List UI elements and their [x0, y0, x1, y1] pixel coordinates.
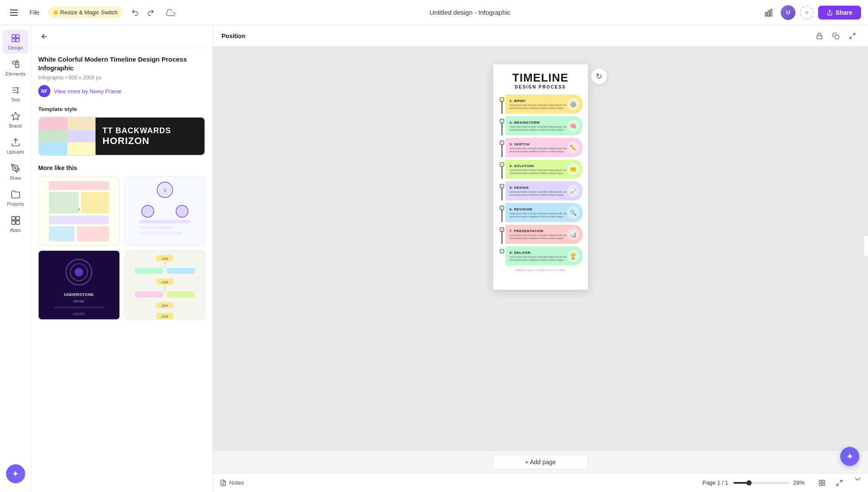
sidebar-item-uploads[interactable]: Uploads — [3, 134, 29, 158]
zoom-percentage: 28% — [793, 479, 811, 486]
topbar-left: File Resize & Magic Switch — [7, 5, 178, 20]
sidebar-item-brand[interactable]: Brand — [3, 108, 29, 132]
document-title[interactable]: Untitled design - Infographic — [429, 9, 511, 16]
sidebar-icons: Design Elements Text Brand Uploads — [0, 25, 31, 492]
menu-button[interactable] — [7, 6, 21, 20]
duplicate-canvas-button[interactable] — [829, 29, 843, 43]
author-row[interactable]: NF View more by Noisy Frame — [38, 85, 205, 97]
undo-redo-group — [128, 6, 158, 20]
line-3 — [502, 145, 502, 157]
svg-rect-6 — [12, 39, 15, 42]
step-title-4: 4. SOLUTION — [510, 164, 567, 168]
projects-icon — [10, 189, 21, 200]
resize-magic-switch-button[interactable]: Resize & Magic Switch — [48, 7, 123, 18]
dot-col-5 — [498, 181, 505, 200]
svg-rect-44 — [135, 268, 162, 274]
zoom-thumb — [746, 480, 752, 485]
svg-rect-18 — [49, 192, 79, 213]
template-thumbnail-1[interactable]: 3 — [38, 177, 120, 246]
step-icon-2: 🧠 — [567, 120, 579, 132]
svg-text:2000: 2000 — [162, 281, 168, 284]
svg-rect-21 — [49, 226, 75, 242]
sidebar-item-draw[interactable]: Draw — [3, 160, 29, 184]
timeline-item-4: 4. SOLUTION Lorem ipsum dolor sit amet, … — [498, 160, 583, 179]
apps-label: Apps — [10, 227, 21, 233]
step-body-8: 8. DELIVER Lorem ipsum dolor sit amet, c… — [505, 246, 583, 266]
dot-col-2 — [498, 116, 505, 135]
back-button[interactable] — [38, 30, 50, 43]
topbar-center: Untitled design - Infographic — [184, 9, 756, 16]
svg-rect-38 — [53, 306, 105, 308]
step-body-3: 3. SKETCH Lorem ipsum dolor sit amet, co… — [505, 138, 583, 157]
color-row-2 — [39, 130, 96, 143]
svg-rect-19 — [81, 192, 109, 213]
add-people-button[interactable]: + — [800, 6, 814, 20]
template-thumbnail-2[interactable]: 3 — [124, 177, 206, 246]
sidebar-item-apps[interactable]: Apps — [3, 212, 29, 236]
zoom-slider[interactable] — [733, 482, 790, 484]
redo-button[interactable] — [144, 6, 158, 20]
undo-button[interactable] — [128, 6, 142, 20]
fullscreen-button[interactable] — [833, 477, 845, 489]
save-cloud-button[interactable] — [163, 5, 178, 20]
svg-point-11 — [14, 167, 16, 169]
svg-rect-14 — [11, 221, 15, 224]
refresh-button[interactable]: ↻ — [591, 69, 607, 84]
sidebar-item-projects[interactable]: Projects — [3, 186, 29, 210]
magic-ai-button[interactable]: ✦ — [6, 464, 25, 483]
dot-col-7 — [498, 225, 505, 244]
canvas-toolbar-icons — [812, 29, 859, 43]
svg-rect-31 — [139, 232, 182, 234]
analytics-button[interactable] — [762, 5, 776, 20]
svg-rect-12 — [11, 216, 15, 220]
svg-text:3: 3 — [78, 207, 80, 211]
draw-icon — [10, 163, 21, 174]
timeline-item-1: 1. BRIEF Lorem ipsum dolor sit amet, con… — [498, 95, 583, 114]
dot-2 — [500, 119, 504, 123]
svg-rect-30 — [139, 226, 173, 229]
text-icon — [10, 85, 21, 95]
style-text-side: TT BACKWARDS HORIZON — [96, 118, 205, 155]
template-thumbnail-3[interactable]: UNDERSTAND DEFINE CREATE — [38, 250, 120, 320]
bottom-bar: Notes Page 1 / 1 28% — [213, 473, 868, 492]
sidebar-item-text[interactable]: Text — [3, 82, 29, 106]
template-style-box[interactable]: TT BACKWARDS HORIZON — [38, 117, 205, 156]
lock-canvas-button[interactable] — [812, 29, 826, 43]
add-page-button[interactable]: + Add page — [493, 455, 588, 469]
share-button[interactable]: Share — [818, 6, 861, 20]
sidebar-item-design[interactable]: Design — [3, 30, 29, 54]
sidebar-item-elements[interactable]: Elements — [3, 56, 29, 80]
step-title-3: 3. SKETCH — [510, 142, 567, 146]
step-body-5: 5. DESIGN Lorem ipsum dolor sit amet, co… — [505, 181, 583, 200]
ai-assistant-button[interactable]: ✦ — [840, 447, 859, 466]
step-body-text-5: Lorem ipsum dolor sit amet, consectetur … — [510, 190, 567, 197]
notes-button[interactable]: Notes — [220, 479, 244, 486]
svg-line-63 — [840, 480, 842, 482]
svg-line-64 — [837, 483, 839, 485]
grid-view-button[interactable] — [816, 477, 828, 489]
step-icon-1: ⚙️ — [567, 98, 579, 110]
timeline-item-2: 2. BRAINSTORM Lorem ipsum dolor sit amet… — [498, 116, 583, 135]
step-body-text-6: Lorem ipsum dolor sit amet, consectetur … — [510, 212, 567, 218]
bottom-right: Page 1 / 1 28% — [703, 477, 845, 489]
canvas-viewport[interactable]: ↻ TIMELINE DESIGN PROCESS 1. BRIEF Lorem… — [213, 47, 868, 450]
uploads-icon — [10, 137, 21, 148]
svg-rect-55 — [817, 36, 822, 39]
view-more-author-link[interactable]: View more by Noisy Frame — [54, 88, 122, 95]
timeline-item-6: 6. REVISION Lorem ipsum dolor sit amet, … — [498, 203, 583, 222]
elements-label: Elements — [6, 71, 26, 76]
template-thumbnail-4[interactable]: 1996 2000 2004 2008 — [124, 250, 206, 320]
yellow-dot-icon — [53, 10, 58, 15]
expand-canvas-button[interactable] — [845, 29, 859, 43]
line-5 — [502, 188, 502, 200]
canvas-area: Position ↻ TIMELINE DESIGN PROCES — [213, 25, 868, 492]
line-4 — [502, 167, 502, 179]
svg-rect-1 — [768, 10, 769, 16]
svg-text:DEFINE: DEFINE — [73, 300, 85, 303]
user-avatar[interactable]: U — [781, 5, 795, 20]
svg-text:1996: 1996 — [162, 257, 168, 260]
file-menu-button[interactable]: File — [26, 7, 43, 18]
chevron-down-icon[interactable] — [854, 476, 861, 482]
topbar-right: U + Share — [762, 5, 861, 20]
step-title-5: 5. DESIGN — [510, 186, 567, 190]
